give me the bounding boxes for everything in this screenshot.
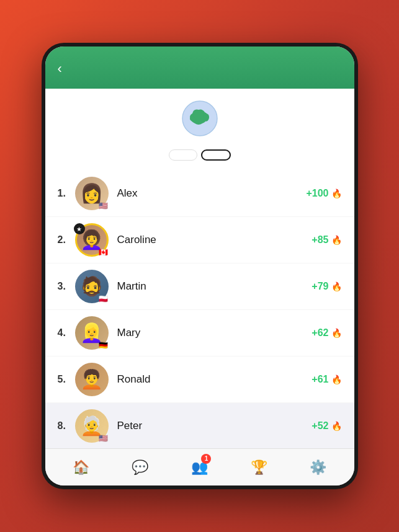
- person-name: Caroline: [117, 234, 312, 246]
- avatar-wrapper: 🧑‍🦱: [75, 363, 109, 396]
- globe-area: [45, 89, 354, 143]
- back-button[interactable]: ‹: [58, 62, 63, 76]
- all-time-tab[interactable]: [169, 149, 197, 161]
- chat-icon: 💬: [132, 459, 148, 476]
- nav-item-home[interactable]: 🏠: [65, 454, 96, 481]
- device-frame: ‹: [42, 43, 358, 489]
- flag-badge: 🇺🇸: [97, 434, 110, 443]
- home-icon: 🏠: [73, 459, 89, 476]
- leaderboard-item[interactable]: 4. 👱‍♀️ 🇩🇪 Mary +62 🔥: [45, 310, 354, 357]
- rank-label: 2.: [58, 234, 75, 246]
- flag-badge: 🇺🇸: [97, 202, 110, 210]
- leaderboard-item[interactable]: 3. 🧔 🇵🇱 Martin +79 🔥: [45, 264, 354, 310]
- nav-item-chat[interactable]: 💬: [125, 454, 156, 481]
- avatar-wrapper: 🧔 🇵🇱: [75, 270, 109, 303]
- screen: ‹: [45, 47, 354, 485]
- header: ‹: [45, 47, 354, 89]
- rank-label: 3.: [58, 281, 75, 292]
- rank-label: 5.: [58, 374, 75, 385]
- leaderboard-item[interactable]: 2. 👩‍🦱 ★ 🇨🇦 Caroline +85 🔥: [45, 217, 354, 264]
- score-icon: 🔥: [331, 375, 342, 384]
- avatar-face: 🧑‍🦳: [80, 417, 103, 435]
- rank-label: 4.: [58, 327, 75, 339]
- score-value: +100 🔥: [306, 188, 341, 199]
- avatar-face: 🧑‍🦱: [80, 370, 103, 389]
- avatar-wrapper: 👩‍🦱 ★ 🇨🇦: [75, 223, 109, 257]
- avatar-face: 👱‍♀️: [80, 324, 103, 342]
- rank-label: 1.: [58, 188, 75, 199]
- avatar-face: 👩‍🦱: [80, 231, 103, 249]
- leaderboard-item[interactable]: 1. 👩 🇺🇸 Alex +100 🔥: [45, 171, 354, 217]
- score-icon: 🔥: [331, 421, 342, 431]
- score-value: +85 🔥: [312, 234, 341, 246]
- avatar-wrapper: 👩 🇺🇸: [75, 177, 109, 210]
- score-icon: 🔥: [331, 235, 342, 245]
- person-name: Alex: [117, 187, 307, 200]
- score-value: +61 🔥: [312, 374, 341, 385]
- main-content: 1. 👩 🇺🇸 Alex +100 🔥 2. 👩‍🦱 ★ 🇨🇦 Caroline…: [45, 89, 354, 448]
- score-value: +79 🔥: [312, 281, 341, 292]
- avatar-wrapper: 👱‍♀️ 🇩🇪: [75, 316, 109, 350]
- score-icon: 🔥: [331, 328, 342, 338]
- week-tab[interactable]: [201, 149, 231, 161]
- flag-badge: 🇵🇱: [97, 295, 110, 303]
- person-name: Ronald: [117, 373, 312, 386]
- avatar: 🧑‍🦱: [75, 363, 109, 396]
- score-icon: 🔥: [331, 188, 342, 198]
- avatar-wrapper: 🧑‍🦳 🇺🇸: [75, 409, 109, 443]
- leaderboard-list: 1. 👩 🇺🇸 Alex +100 🔥 2. 👩‍🦱 ★ 🇨🇦 Caroline…: [45, 171, 354, 448]
- leaderboard-item[interactable]: 8. 🧑‍🦳 🇺🇸 Peter +52 🔥: [45, 403, 354, 448]
- globe-icon: [181, 100, 218, 137]
- leaderboard-icon: 🏆: [251, 459, 267, 476]
- settings-icon: ⚙️: [310, 459, 326, 476]
- back-chevron-icon: ‹: [58, 62, 62, 76]
- person-name: Peter: [117, 420, 312, 432]
- nav-item-friends[interactable]: 👥 1: [184, 454, 215, 481]
- person-name: Martin: [117, 280, 312, 293]
- bottom-nav: 🏠 💬 👥 1 🏆 ⚙️: [45, 448, 354, 485]
- nav-item-leaderboard[interactable]: 🏆: [243, 454, 274, 481]
- nav-item-settings[interactable]: ⚙️: [303, 454, 334, 481]
- score-icon: 🔥: [331, 282, 342, 291]
- avatar-face: 🧔: [80, 277, 103, 296]
- score-value: +52 🔥: [312, 420, 341, 432]
- flag-badge: 🇩🇪: [97, 341, 110, 350]
- star-badge: ★: [74, 223, 85, 234]
- avatar-face: 👩: [80, 184, 103, 203]
- rank-label: 8.: [58, 420, 75, 432]
- flag-badge: 🇨🇦: [97, 248, 110, 257]
- filter-tabs: [45, 143, 354, 171]
- nav-badge: 1: [201, 454, 211, 464]
- person-name: Mary: [117, 327, 312, 339]
- leaderboard-item[interactable]: 5. 🧑‍🦱 Ronald +61 🔥: [45, 357, 354, 403]
- score-value: +62 🔥: [312, 327, 341, 339]
